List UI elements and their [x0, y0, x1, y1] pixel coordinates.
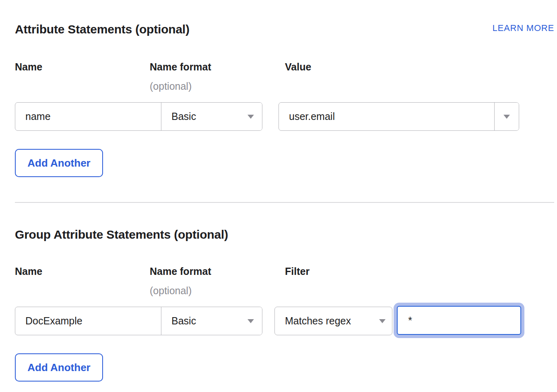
group-name-column-label: Name: [15, 266, 42, 277]
attr-name-format-selected-value: Basic: [171, 111, 196, 122]
group-filter-value-field-focused: [397, 306, 521, 335]
group-filter-type-select[interactable]: Matches regex: [274, 307, 392, 335]
group-filter-column-label: Filter: [285, 266, 309, 277]
attr-name-and-format-group: Basic: [15, 102, 262, 131]
attr-name-input[interactable]: [15, 103, 161, 130]
group-name-format-select[interactable]: Basic: [161, 307, 262, 335]
group-name-and-format-group: Basic: [15, 307, 262, 335]
group-name-format-column-label: Name format: [150, 266, 211, 277]
attribute-statements-title: Attribute Statements (optional): [15, 23, 190, 36]
attr-value-combobox: [278, 102, 519, 131]
caret-down-icon: [248, 319, 254, 323]
caret-down-icon: [503, 115, 510, 119]
attr-name-format-optional-hint: (optional): [150, 80, 192, 92]
saml-settings-panel: Attribute Statements (optional) LEARN MO…: [0, 0, 557, 392]
group-attribute-statements-title: Group Attribute Statements (optional): [15, 228, 228, 241]
attr-value-dropdown-button[interactable]: [494, 103, 519, 130]
attr-add-another-button[interactable]: Add Another: [15, 149, 103, 177]
attr-value-column-label: Value: [285, 61, 311, 73]
attr-name-format-column-label: Name format: [150, 61, 211, 73]
group-add-another-button[interactable]: Add Another: [15, 353, 103, 382]
caret-down-icon: [379, 319, 386, 323]
group-name-input[interactable]: [15, 307, 161, 335]
section-divider: [15, 202, 554, 203]
attr-name-format-select[interactable]: Basic: [161, 103, 262, 130]
group-filter-type-selected-value: Matches regex: [285, 315, 351, 327]
group-name-format-optional-hint: (optional): [150, 285, 192, 297]
attr-value-input[interactable]: [279, 103, 494, 130]
attr-name-column-label: Name: [15, 61, 42, 73]
learn-more-link[interactable]: LEARN MORE: [493, 23, 554, 33]
group-filter-value-input[interactable]: [398, 307, 520, 334]
caret-down-icon: [248, 115, 254, 119]
group-name-format-selected-value: Basic: [171, 315, 196, 327]
